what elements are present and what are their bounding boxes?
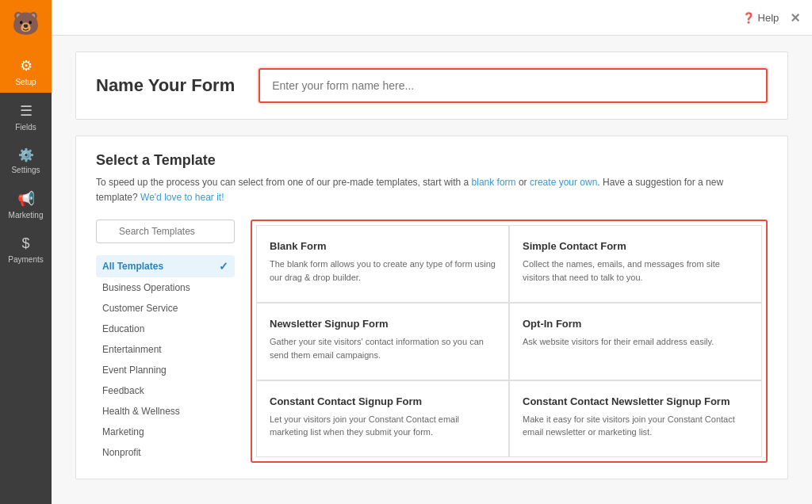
filter-item-nonprofit[interactable]: Nonprofit — [96, 442, 235, 463]
filter-item-customer-service[interactable]: Customer Service — [96, 298, 235, 319]
filter-label-all: All Templates — [102, 261, 163, 272]
sidebar-label-settings: Settings — [11, 166, 40, 174]
payments-icon: $ — [21, 235, 29, 252]
filter-item-education[interactable]: Education — [96, 319, 235, 339]
template-desc-opt-in: Ask website visitors for their email add… — [523, 335, 749, 349]
template-section: Select a Template To speed up the proces… — [75, 136, 788, 479]
filter-label-health-wellness: Health & Wellness — [102, 406, 180, 417]
filter-label-feedback: Feedback — [102, 385, 144, 396]
filter-panel: All Templates ✓ Business Operations Cust… — [96, 220, 251, 463]
sidebar-label-payments: Payments — [8, 255, 43, 264]
template-section-title: Select a Template — [96, 152, 768, 169]
template-title-cc-newsletter: Constant Contact Newsletter Signup Form — [523, 395, 749, 407]
filter-item-all[interactable]: All Templates ✓ — [96, 255, 235, 277]
sidebar-item-setup[interactable]: ⚙ Setup — [0, 48, 52, 93]
filter-item-marketing[interactable]: Marketing — [96, 422, 235, 442]
sidebar-item-marketing[interactable]: 📢 Marketing — [0, 181, 52, 226]
sidebar-label-setup: Setup — [15, 78, 36, 86]
template-desc-blank-form: The blank form allows you to create any … — [270, 258, 496, 284]
template-card-opt-in[interactable]: Opt-In Form Ask website visitors for the… — [509, 303, 762, 380]
filter-label-event-planning: Event Planning — [102, 365, 167, 376]
sidebar-label-marketing: Marketing — [9, 211, 44, 220]
fields-icon: ☰ — [20, 102, 33, 120]
top-bar: ❓ Help × — [52, 0, 812, 36]
template-title-simple-contact: Simple Contact Form — [523, 240, 749, 252]
template-card-newsletter[interactable]: Newsletter Signup Form Gather your site … — [256, 303, 509, 380]
template-card-cc-newsletter[interactable]: Constant Contact Newsletter Signup Form … — [509, 380, 762, 458]
filter-label-nonprofit: Nonprofit — [102, 447, 141, 458]
filter-item-health-wellness[interactable]: Health & Wellness — [96, 401, 235, 422]
help-label: Help — [758, 12, 779, 24]
search-templates-input[interactable] — [96, 220, 235, 243]
filter-label-marketing: Marketing — [102, 426, 144, 437]
feedback-link[interactable]: We'd love to hear it! — [140, 192, 224, 203]
help-button[interactable]: ❓ Help — [742, 12, 779, 24]
filter-label-education: Education — [102, 323, 144, 334]
blank-form-link[interactable]: blank form — [472, 177, 516, 188]
template-desc-simple-contact: Collect the names, emails, and messages … — [523, 258, 749, 284]
template-title-newsletter: Newsletter Signup Form — [270, 318, 496, 330]
help-icon: ❓ — [742, 12, 755, 24]
filter-label-customer-service: Customer Service — [102, 303, 178, 314]
template-title-opt-in: Opt-In Form — [523, 318, 749, 330]
bear-icon: 🐻 — [12, 13, 40, 35]
filter-item-event-planning[interactable]: Event Planning — [96, 360, 235, 380]
sidebar-item-fields[interactable]: ☰ Fields — [0, 93, 52, 138]
form-name-label: Name Your Form — [96, 75, 235, 96]
app-logo: 🐻 — [0, 0, 52, 48]
template-title-blank-form: Blank Form — [270, 240, 496, 252]
template-desc-cc-signup: Let your visitors join your Constant Con… — [270, 413, 496, 439]
template-card-simple-contact[interactable]: Simple Contact Form Collect the names, e… — [509, 225, 762, 303]
marketing-icon: 📢 — [17, 190, 35, 208]
template-title-cc-signup: Constant Contact Signup Form — [270, 395, 496, 407]
form-name-section: Name Your Form — [75, 52, 788, 120]
template-desc-newsletter: Gather your site visitors' contact infor… — [270, 335, 496, 361]
search-wrapper — [96, 220, 235, 243]
sidebar: 🐻 ⚙ Setup ☰ Fields ⚙️ Settings 📢 Marketi… — [0, 0, 52, 504]
content-wrapper: Name Your Form Select a Template To spee… — [52, 36, 812, 504]
filter-label-business-operations: Business Operations — [102, 282, 190, 293]
sidebar-item-settings[interactable]: ⚙️ Settings — [0, 138, 52, 181]
filter-item-feedback[interactable]: Feedback — [96, 380, 235, 401]
template-grid: Blank Form The blank form allows you to … — [251, 220, 768, 463]
close-button[interactable]: × — [791, 9, 800, 27]
setup-icon: ⚙ — [20, 57, 33, 74]
settings-icon: ⚙️ — [18, 147, 34, 162]
template-desc-cc-newsletter: Make it easy for site visitors join your… — [523, 413, 749, 439]
create-own-link[interactable]: create your own — [530, 177, 597, 188]
sidebar-label-fields: Fields — [15, 123, 36, 132]
template-card-blank-form[interactable]: Blank Form The blank form allows you to … — [256, 225, 509, 303]
filter-list: All Templates ✓ Business Operations Cust… — [96, 255, 235, 463]
sidebar-item-payments[interactable]: $ Payments — [0, 226, 52, 270]
checkmark-icon: ✓ — [219, 260, 228, 273]
form-name-input[interactable] — [259, 68, 768, 103]
template-body: All Templates ✓ Business Operations Cust… — [96, 220, 768, 463]
template-section-desc: To speed up the process you can select f… — [96, 175, 768, 205]
filter-item-entertainment[interactable]: Entertainment — [96, 339, 235, 360]
filter-label-entertainment: Entertainment — [102, 344, 162, 355]
filter-item-business-operations[interactable]: Business Operations — [96, 277, 235, 298]
main-area: ❓ Help × Name Your Form Select a Templat… — [52, 0, 812, 504]
template-card-cc-signup[interactable]: Constant Contact Signup Form Let your vi… — [256, 380, 509, 458]
